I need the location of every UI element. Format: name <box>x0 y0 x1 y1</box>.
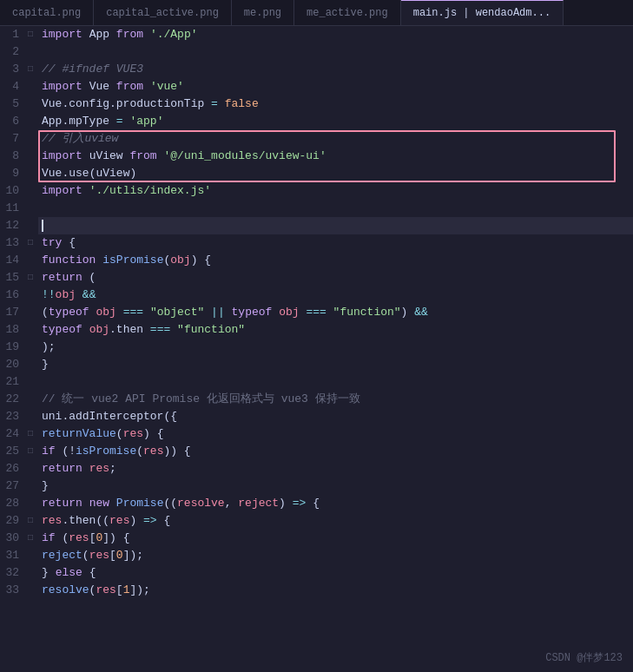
ln-13: 13 <box>0 234 24 252</box>
ln-19: 19 <box>0 339 24 356</box>
tab-main-js[interactable]: main.js | wendaoAdm... <box>401 0 564 25</box>
fold-16 <box>24 287 36 304</box>
code-line-5: Vue.config.productionTip = false <box>38 96 633 113</box>
ln-29: 29 <box>0 512 24 530</box>
fold-25[interactable]: □ <box>24 443 36 460</box>
code-line-26: return res; <box>38 460 633 478</box>
ln-33: 33 <box>0 582 24 599</box>
ln-24: 24 <box>0 425 24 443</box>
code-line-21 <box>38 373 633 391</box>
fold-8 <box>24 148 36 165</box>
fold-3[interactable]: □ <box>24 61 36 78</box>
code-line-2 <box>38 43 633 61</box>
fold-1[interactable]: □ <box>24 26 36 43</box>
code-line-18: typeof obj.then === "function" <box>38 321 633 339</box>
tab-bar: capital.png capital_active.png me.png me… <box>0 0 633 26</box>
fold-9 <box>24 165 36 182</box>
ln-12: 12 <box>0 217 24 234</box>
ln-9: 9 <box>0 165 24 182</box>
fold-22 <box>24 391 36 408</box>
fold-2 <box>24 43 36 61</box>
ln-23: 23 <box>0 408 24 425</box>
ln-15: 15 <box>0 269 24 287</box>
code-line-10: import './utlis/index.js' <box>38 182 633 200</box>
ln-20: 20 <box>0 356 24 373</box>
fold-6 <box>24 113 36 130</box>
ln-22: 22 <box>0 391 24 408</box>
ln-32: 32 <box>0 564 24 582</box>
ln-5: 5 <box>0 96 24 113</box>
watermark: CSDN @伴梦123 <box>545 650 623 665</box>
editor-container: capital.png capital_active.png me.png me… <box>0 0 633 672</box>
fold-18 <box>24 321 36 339</box>
fold-21 <box>24 373 36 391</box>
code-line-12 <box>38 217 633 234</box>
fold-30[interactable]: □ <box>24 530 36 547</box>
code-line-15: return ( <box>38 269 633 287</box>
fold-31 <box>24 547 36 564</box>
ln-2: 2 <box>0 43 24 61</box>
fold-32 <box>24 564 36 582</box>
tab-capital-active-png[interactable]: capital_active.png <box>94 0 232 25</box>
code-line-11 <box>38 200 633 217</box>
code-line-17: (typeof obj === "object" || typeof obj =… <box>38 304 633 321</box>
code-line-24: returnValue(res) { <box>38 425 633 443</box>
ln-7: 7 <box>0 130 24 148</box>
fold-17 <box>24 304 36 321</box>
ln-11: 11 <box>0 200 24 217</box>
code-line-25: if (!isPromise(res)) { <box>38 443 633 460</box>
code-line-14: function isPromise(obj) { <box>38 252 633 269</box>
code-line-22: // 统一 vue2 API Promise 化返回格式与 vue3 保持一致 <box>38 391 633 408</box>
fold-4 <box>24 78 36 96</box>
code-editor[interactable]: import App from './App' // #ifndef VUE3 … <box>38 26 633 672</box>
code-line-20: } <box>38 356 633 373</box>
fold-20 <box>24 356 36 373</box>
code-line-23: uni.addInterceptor({ <box>38 408 633 425</box>
fold-11 <box>24 200 36 217</box>
code-line-29: res.then((res) => { <box>38 512 633 530</box>
ln-25: 25 <box>0 443 24 460</box>
fold-14 <box>24 252 36 269</box>
fold-33 <box>24 582 36 599</box>
code-line-8: import uView from '@/uni_modules/uview-u… <box>38 148 633 165</box>
fold-10 <box>24 182 36 200</box>
code-line-9: Vue.use(uView) <box>38 165 633 182</box>
tab-capital-png[interactable]: capital.png <box>0 0 94 25</box>
ln-6: 6 <box>0 113 24 130</box>
code-line-33: resolve(res[1]); <box>38 582 633 599</box>
tab-me-active-png[interactable]: me_active.png <box>294 0 401 25</box>
ln-8: 8 <box>0 148 24 165</box>
code-line-6: App.mpType = 'app' <box>38 113 633 130</box>
ln-17: 17 <box>0 304 24 321</box>
ln-16: 16 <box>0 287 24 304</box>
fold-24[interactable]: □ <box>24 425 36 443</box>
fold-29[interactable]: □ <box>24 512 36 530</box>
ln-18: 18 <box>0 321 24 339</box>
code-line-4: import Vue from 'vue' <box>38 78 633 96</box>
ln-4: 4 <box>0 78 24 96</box>
ln-1: 1 <box>0 26 24 43</box>
code-line-13: try { <box>38 234 633 252</box>
code-line-28: return new Promise((resolve, reject) => … <box>38 495 633 512</box>
ln-3: 3 <box>0 61 24 78</box>
fold-13[interactable]: □ <box>24 234 36 252</box>
ln-31: 31 <box>0 547 24 564</box>
fold-5 <box>24 96 36 113</box>
fold-26 <box>24 460 36 478</box>
code-line-3: // #ifndef VUE3 <box>38 61 633 78</box>
code-line-7: // 引入uview <box>38 130 633 148</box>
code-line-1: import App from './App' <box>38 26 633 43</box>
tab-me-png[interactable]: me.png <box>232 0 294 25</box>
ln-21: 21 <box>0 373 24 391</box>
fold-15[interactable]: □ <box>24 269 36 287</box>
code-line-30: if (res[0]) { <box>38 530 633 547</box>
editor-area: 1 2 3 4 5 6 7 8 9 10 11 12 13 14 15 16 1… <box>0 26 633 672</box>
fold-column: □ □ □ □ □ □ <box>24 26 38 672</box>
ln-30: 30 <box>0 530 24 547</box>
fold-23 <box>24 408 36 425</box>
ln-10: 10 <box>0 182 24 200</box>
ln-14: 14 <box>0 252 24 269</box>
fold-7 <box>24 130 36 148</box>
code-line-16: !!obj && <box>38 287 633 304</box>
ln-27: 27 <box>0 478 24 495</box>
